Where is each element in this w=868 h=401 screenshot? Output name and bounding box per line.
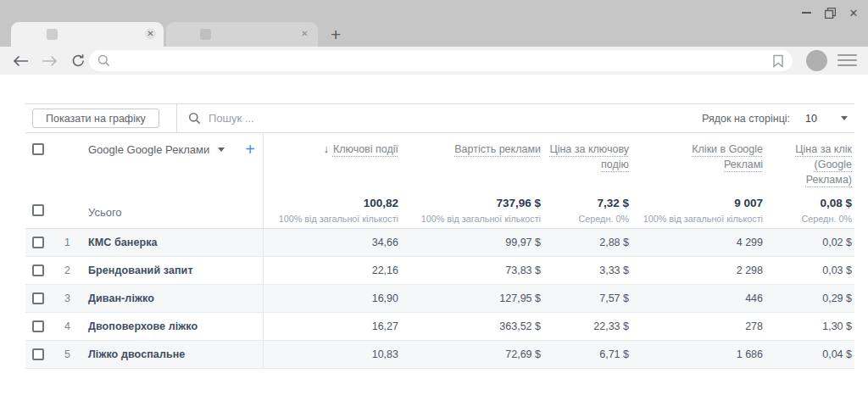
row-dimension-cell: 2Брендований запит <box>25 257 263 284</box>
column-header-label: Ключові події <box>333 142 398 157</box>
row-name: Ліжко двоспальне <box>88 348 185 360</box>
row-value-cell: 34,66 <box>263 229 405 256</box>
browser-tab-active[interactable]: ✕ <box>11 22 164 47</box>
table-header-row: Google Google Реклами + ↓Ключові подіїВа… <box>25 133 854 191</box>
totals-value: 0,08 $ <box>770 197 852 210</box>
browser-tab-inactive[interactable]: ✕ <box>166 22 318 47</box>
row-value-cell: 10,83 <box>263 341 405 368</box>
reload-button[interactable] <box>70 53 86 70</box>
close-tab-icon[interactable]: ✕ <box>299 28 310 39</box>
column-header-4[interactable]: Кліки в Google Рекламі <box>636 133 770 191</box>
row-value-cell: 127,95 $ <box>405 285 548 312</box>
search-icon <box>188 112 201 125</box>
totals-metric-cell: 0,08 $Середн. 0% <box>770 191 854 228</box>
back-button[interactable] <box>12 53 29 70</box>
row-checkbox[interactable] <box>32 320 44 332</box>
browser-menu-button[interactable] <box>837 54 857 70</box>
row-dimension-cell: 5Ліжко двоспальне <box>25 341 263 368</box>
row-dimension-cell: 4Двоповерхове ліжко <box>25 313 263 340</box>
totals-sub-label: 100% від загальної кількості <box>636 214 763 224</box>
row-index: 2 <box>64 265 73 276</box>
row-value-cell: 278 <box>636 313 770 340</box>
show-on-chart-button[interactable]: Показати на графіку <box>32 109 159 128</box>
browser-nav-toolbar <box>0 47 868 75</box>
row-value-cell: 72,69 $ <box>405 341 548 368</box>
dimension-selector[interactable]: Google Google Реклами <box>88 143 209 156</box>
row-checkbox[interactable] <box>32 292 44 304</box>
totals-sub-label: 100% від загальної кількості <box>264 214 398 224</box>
column-header-2[interactable]: Вартість реклами <box>405 133 548 191</box>
row-value-cell: 16,90 <box>263 285 405 312</box>
totals-sub-label: Середн. 0% <box>548 214 629 224</box>
favicon-placeholder <box>47 29 58 40</box>
table-row: 4Двоповерхове ліжко16,27363,52 $22,33 $2… <box>25 313 854 341</box>
totals-value: 7,32 $ <box>548 197 629 210</box>
totals-sub-label: Середн. 0% <box>770 214 852 224</box>
totals-value: 100,82 <box>264 197 398 210</box>
row-checkbox[interactable] <box>32 265 44 276</box>
totals-metric-cell: 9 007100% від загальної кількості <box>636 191 770 228</box>
row-value-cell: 1 686 <box>636 341 770 368</box>
row-value-cell: 7,57 $ <box>548 285 636 312</box>
new-tab-button[interactable]: + <box>331 26 341 43</box>
column-header-label: Ціна за клік (Google Реклама) <box>784 142 852 187</box>
row-value-cell: 22,16 <box>263 257 405 284</box>
reload-icon <box>71 53 86 68</box>
close-window-button[interactable]: ✕ <box>848 7 860 19</box>
minimize-button[interactable] <box>800 7 812 19</box>
totals-metric-cell: 100,82100% від загальної кількості <box>263 191 405 228</box>
totals-sub-label: 100% від загальної кількості <box>405 214 541 224</box>
rows-per-page-label: Рядок на сторінці: <box>702 113 790 125</box>
favicon-placeholder <box>200 29 211 40</box>
table-totals-row: Усього 100,82100% від загальної кількост… <box>25 191 854 229</box>
row-value-cell: 446 <box>636 285 770 312</box>
row-value-cell: 99,97 $ <box>405 229 548 256</box>
table-row: 5Ліжко двоспальне10,8372,69 $6,71 $1 686… <box>25 341 854 369</box>
column-header-label: Ціна за ключову подію <box>548 142 629 172</box>
search-input[interactable] <box>209 112 463 125</box>
row-value-cell: 2,88 $ <box>548 229 636 256</box>
restore-button[interactable] <box>824 7 836 19</box>
close-tab-icon[interactable]: ✕ <box>145 28 156 39</box>
totals-label-cell: Усього <box>25 191 263 228</box>
forward-button[interactable] <box>41 53 58 70</box>
row-value-cell: 0,29 $ <box>770 285 854 312</box>
row-index: 1 <box>64 237 73 248</box>
restore-icon <box>825 8 836 19</box>
chevron-down-icon[interactable] <box>218 148 225 152</box>
column-header-label: Вартість реклами <box>454 142 541 157</box>
column-header-1[interactable]: ↓Ключові події <box>263 133 405 191</box>
select-all-checkbox[interactable] <box>32 143 44 155</box>
row-index: 5 <box>64 348 73 360</box>
row-dimension-cell: 3Диван-ліжко <box>25 285 263 312</box>
divider <box>176 104 177 132</box>
row-value-cell: 363,52 $ <box>405 313 548 340</box>
row-name: Диван-ліжко <box>88 292 154 304</box>
address-bar[interactable] <box>89 50 793 71</box>
totals-metric-cell: 737,96 $100% від загальної кількості <box>405 191 548 228</box>
table-row: 1КМС банерка34,6699,97 $2,88 $4 2990,02 … <box>25 229 854 257</box>
row-name: Брендований запит <box>88 265 193 276</box>
rows-per-page-control[interactable]: Рядок на сторінці: 10 <box>702 113 848 125</box>
address-input[interactable] <box>115 54 772 67</box>
totals-value: 737,96 $ <box>405 197 541 210</box>
back-arrow-icon <box>13 55 29 67</box>
profile-avatar[interactable] <box>806 50 827 71</box>
row-value-cell: 4 299 <box>636 229 770 256</box>
table-row: 2Брендований запит22,1673,83 $3,33 $2 29… <box>25 257 854 285</box>
chevron-down-icon <box>841 116 848 120</box>
add-comparison-button[interactable]: + <box>245 143 255 156</box>
column-header-5[interactable]: Ціна за клік (Google Реклама) <box>770 133 854 191</box>
row-value-cell: 16,27 <box>263 313 405 340</box>
row-name: КМС банерка <box>88 237 158 248</box>
sort-descending-icon: ↓ <box>324 142 329 157</box>
totals-value: 9 007 <box>636 197 763 210</box>
table-search[interactable] <box>188 112 463 125</box>
totals-checkbox[interactable] <box>32 204 44 216</box>
row-checkbox[interactable] <box>32 348 44 360</box>
bookmark-icon[interactable] <box>772 54 784 68</box>
row-checkbox[interactable] <box>32 237 44 248</box>
column-header-3[interactable]: Ціна за ключову подію <box>548 133 636 191</box>
row-value-cell: 0,03 $ <box>770 257 854 284</box>
table-row: 3Диван-ліжко16,90127,95 $7,57 $4460,29 $ <box>25 285 854 313</box>
